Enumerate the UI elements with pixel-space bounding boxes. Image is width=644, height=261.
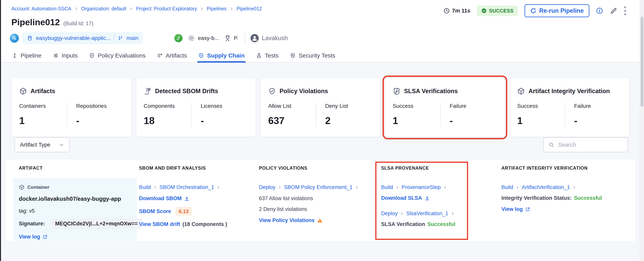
connector-link-icon <box>174 34 182 42</box>
breadcrumb-pipelines[interactable]: Pipelines <box>207 6 226 11</box>
kebab-menu-icon[interactable] <box>624 6 626 15</box>
stage-link[interactable]: Deploy <box>259 184 276 190</box>
step-link[interactable]: ProvenanceStep <box>402 184 441 190</box>
metric-value: 1 <box>19 115 67 126</box>
metric: Failure - <box>440 103 497 126</box>
metric-label: Allow List <box>268 103 316 109</box>
step-link[interactable]: SBOM Policy Enforcement_1 <box>284 184 352 190</box>
metric: Allow List 637 <box>268 103 316 126</box>
chevron-right-icon <box>74 7 78 10</box>
filter-row: Artifact Type <box>14 137 628 152</box>
chevron-right-icon <box>200 7 204 10</box>
stage-link[interactable]: Build <box>381 184 393 190</box>
info-icon[interactable] <box>596 7 603 14</box>
refresh-icon <box>530 8 536 14</box>
header-actions: 7m 11s SUCCESS Re-run Pipeline <box>444 4 626 17</box>
chevron-right-icon <box>355 186 359 189</box>
step-link[interactable]: ArtifactVerification_1 <box>522 184 570 190</box>
chevron-right-icon <box>216 186 220 189</box>
artifact-tag: tag: v5 <box>19 208 130 214</box>
warning-triangle-icon <box>317 218 323 224</box>
tab-label: Policy Evaluations <box>98 52 145 59</box>
chevron-right-icon <box>153 186 157 189</box>
download-icon <box>424 196 430 201</box>
branch-name-link[interactable]: main <box>126 35 138 41</box>
card-title-text: Policy Violations <box>280 88 328 95</box>
breadcrumb-pipeline012[interactable]: Pipeline012 <box>236 6 262 11</box>
rerun-pipeline-button[interactable]: Re-run Pipeline <box>524 4 589 17</box>
tab-policy-evaluations[interactable]: Policy Evaluations <box>89 49 145 62</box>
slsa-status-value: Successful <box>427 221 456 227</box>
metric: Repositories - <box>67 103 124 126</box>
chevron-right-icon <box>230 7 233 10</box>
deny-list-violations: 2 Deny list violations <box>259 206 374 212</box>
integrity-cell: Build ArtifactVerification_1 Integrity V… <box>502 184 627 212</box>
gear-icon <box>188 34 195 42</box>
metric-label: Components <box>144 103 191 109</box>
stage-link[interactable]: Deploy <box>381 211 398 217</box>
tab-security-tests[interactable]: Security Tests <box>290 49 335 62</box>
signature-label: Signature: <box>19 221 45 227</box>
run-duration: 7m 11s <box>444 8 470 14</box>
metric-value: 1 <box>517 115 565 126</box>
chevron-right-icon <box>443 186 447 189</box>
tab-label: Security Tests <box>299 52 335 59</box>
build-id: (Build Id: 17) <box>64 20 94 27</box>
search-box <box>543 137 628 152</box>
allow-list-violations: 637 Allow list violations <box>259 196 374 202</box>
metric-value: - <box>450 115 497 126</box>
tab-label: Pipeline <box>20 52 42 59</box>
repo-name-link[interactable]: easybuggy-vulnerable-applic... <box>36 35 110 41</box>
metric-label: Success <box>517 103 565 109</box>
search-input[interactable] <box>558 141 623 148</box>
view-log-link[interactable]: View log <box>19 234 40 240</box>
view-sbom-drift-link[interactable]: View SBOM drift <box>139 221 180 227</box>
summary-cards: Artifacts Containers 1 Repositories - De… <box>12 78 629 137</box>
edit-pencil-icon[interactable] <box>610 7 618 15</box>
tab-tests[interactable]: Tests <box>256 49 278 62</box>
view-log-link[interactable]: View log <box>502 206 523 212</box>
card-artifacts: Artifacts Containers 1 Repositories - <box>12 78 131 137</box>
breadcrumb-account[interactable]: Account: Automation-SSCA <box>11 6 71 11</box>
step-link[interactable]: SlsaVerification_1 <box>406 211 448 217</box>
step-link[interactable]: SBOM Orchestration_1 <box>160 184 214 190</box>
cube-icon <box>517 87 525 95</box>
scrollbar-thumb[interactable] <box>641 17 644 107</box>
sbom-score-link[interactable]: SBOM Score <box>139 208 171 215</box>
tab-label: Tests <box>265 52 278 59</box>
tab-supply-chain[interactable]: Supply Chain <box>198 49 245 62</box>
external-link-icon <box>42 234 48 240</box>
tab-pipeline[interactable]: Pipeline <box>12 49 42 62</box>
breadcrumb-project[interactable]: Project: Product Exploratory <box>136 6 197 11</box>
metric-label: Repositories <box>76 103 124 109</box>
slsa-shield-icon <box>393 87 400 95</box>
metric-value: - <box>574 115 622 126</box>
view-policy-violations-link[interactable]: View Policy Violations <box>259 217 314 224</box>
infrastructure-icon <box>224 35 231 42</box>
scrollbar-track <box>640 0 644 261</box>
tab-inputs[interactable]: Inputs <box>53 49 78 62</box>
service-name: easy-b... <box>198 35 219 41</box>
chevron-down-icon <box>59 142 64 147</box>
chevron-right-icon <box>278 186 282 189</box>
git-branch-icon <box>118 36 123 41</box>
tab-artifacts[interactable]: Artifacts <box>157 49 187 62</box>
tab-bar: Pipeline Inputs Policy Evaluations Artif… <box>0 49 644 63</box>
metric-value: - <box>76 115 124 126</box>
page-title: Pipeline012 <box>11 17 60 27</box>
shield-check-icon <box>268 87 276 95</box>
artifact-type-dropdown[interactable]: Artifact Type <box>14 137 70 152</box>
download-sbom-link[interactable]: Download SBOM <box>139 196 182 202</box>
card-slsa-verifications: SLSA Verifications Success 1 Failure - <box>385 78 505 137</box>
slsa-cell: Build ProvenanceStep Download SLSA Deplo… <box>381 184 464 227</box>
stage-link[interactable]: Build <box>139 184 151 190</box>
metric-value: 637 <box>268 115 316 126</box>
trigger-icon <box>10 34 19 43</box>
metric: Licenses - <box>191 103 248 126</box>
download-slsa-link[interactable]: Download SLSA <box>381 195 422 201</box>
download-icon <box>184 196 190 201</box>
stage-link[interactable]: Build <box>502 184 513 190</box>
metric-value: 2 <box>325 115 373 126</box>
pill-divider <box>114 34 114 42</box>
breadcrumb-org[interactable]: Organization: default <box>81 6 126 11</box>
